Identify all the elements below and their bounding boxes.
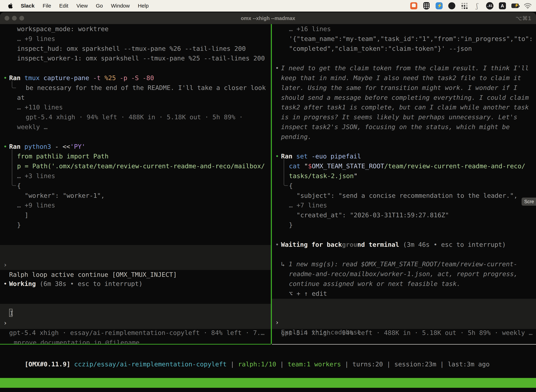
window-titlebar: omx --xhigh --madmax ⌥⌘1 [0, 12, 536, 24]
terminal-line: } [0, 220, 271, 230]
screen-overlay-chip[interactable]: Scre [522, 198, 536, 206]
terminal-line: weekly … [0, 122, 271, 132]
bullet-icon: • [275, 63, 279, 73]
omx-session: session:23m [394, 361, 436, 368]
terminal-line: continue assigned work or next feasible … [272, 279, 536, 289]
bullet-icon: • [275, 151, 279, 161]
prompt-chevron-icon: › [3, 318, 7, 328]
terminal-line: ⌥ + ↑ edit [272, 289, 536, 299]
indent-guide [12, 149, 16, 186]
terminal-line: … +9 lines [0, 201, 271, 210]
bullet-icon: • [275, 240, 279, 250]
terminal-line: •Ran set -euo pipefail [272, 151, 536, 161]
terminal-line: inspect_worker-1: omx sparkshell --tmux-… [0, 53, 271, 63]
terminal-area: workspace_mode: worktree… +9 linesinspec… [0, 24, 536, 392]
indent-guide [12, 81, 16, 88]
wifi-icon[interactable] [524, 2, 531, 9]
terminal-line: '{"team_name":"my-team","task_id":"1","f… [272, 34, 536, 44]
terminal-line: is in progress? It seems likely but perh… [272, 112, 536, 122]
terminal-line: •Ran tmux capture-pane -t %25 -p -S -80 [0, 73, 271, 83]
terminal-line: inspect task2's JSON, focusing on the st… [272, 122, 536, 132]
terminal-line: be necessary for the end of the README. … [0, 83, 271, 93]
terminal-line: } [272, 220, 536, 230]
terminal-line: "subject": "send a concise recommendatio… [272, 191, 536, 201]
menu-item-view[interactable]: View [76, 3, 88, 9]
terminal-line: cat "$OMX_TEAM_STATE_ROOT/team/review-cu… [272, 161, 536, 171]
menu-item-file[interactable]: File [43, 3, 51, 9]
menu-status-icons: ʃ ..61 A [410, 2, 536, 9]
menu-items: FileEditViewGoWindowHelp [34, 3, 148, 9]
omx-status-line: [OMX#0.11.9] cczip/essay/ai-reimplementa… [2, 350, 490, 359]
terminal-line: •Ran python3 - <<'PY' [0, 142, 271, 152]
terminal-line: "created_at": "2026-03-31T11:59:27.816Z" [272, 210, 536, 220]
terminal-line: "completed","claim_token":"claim-token"}… [272, 44, 536, 54]
prompt-chevron-icon: › [275, 317, 279, 327]
battery-charging-icon[interactable] [511, 2, 519, 9]
omx-status-pane: [OMX#0.11.9] cczip/essay/ai-reimplementa… [0, 345, 536, 378]
input-source-icon[interactable]: A [499, 2, 506, 9]
prompt-input-hud[interactable]: › I mprove documentation in @filename [0, 304, 271, 329]
terminal-line: … +110 lines [0, 103, 271, 112]
terminal-line: … +7 lines [272, 201, 536, 210]
terminal-line: task2 after task1 is complete, but can I… [272, 103, 536, 112]
terminal-line: { [0, 181, 271, 191]
apple-logo-icon[interactable] [8, 3, 13, 9]
terminal-line: •I need to get the claim token from the … [272, 63, 536, 73]
text-cursor: I [9, 309, 13, 317]
window-title: omx --xhigh --madmax [0, 15, 536, 21]
omx-version: [OMX#0.11.9] [25, 361, 70, 368]
prompt-placeholder: Explain this codebase [281, 327, 361, 337]
moon-circle-icon[interactable] [448, 2, 455, 9]
macos-menu-bar: Slack FileEditViewGoWindowHelp ʃ ..61 A [0, 0, 536, 12]
indent-guide [284, 159, 288, 186]
terminal-line: keep that in mind. Maybe I also need the… [272, 73, 536, 83]
tmux-session-window: [omx-cczip0:bash* [1, 388, 64, 392]
terminal-line: gpt-5.4 xhigh · 94% left · 488K in · 5.1… [0, 112, 271, 122]
omx-last: last:3m ago [448, 361, 490, 368]
terminal-line: •Waiting for background terminal (3m 46s… [272, 240, 536, 250]
menu-item-window[interactable]: Window [111, 3, 130, 9]
omx-project: cczip/essay/ai-reimplementation-copyleft [74, 361, 227, 368]
menu-item-edit[interactable]: Edit [59, 3, 68, 9]
terminal-line: … +9 lines [0, 34, 271, 44]
terminal-line: •Working (6m 38s • esc to interrupt) [0, 279, 271, 289]
pane-hud[interactable]: workspace_mode: worktree… +9 linesinspec… [0, 24, 271, 344]
menu-item-go[interactable]: Go [96, 3, 103, 9]
terminal-line: p = Path('.omx/state/team/review-current… [0, 161, 271, 171]
tmux-status-bar: [omx-cczip0:bash* "MacBook-Pro-44.local"… [0, 378, 536, 388]
chevron-icon: › [3, 260, 7, 270]
pane-worker-1[interactable]: … +16 lines'{"team_name":"my-team","task… [272, 24, 536, 344]
window-shortcut-hint: ⌥⌘1 [516, 15, 531, 22]
bullet-icon: • [3, 73, 7, 83]
prompt-placeholder: mprove documentation in @filename [14, 338, 139, 344]
terminal-line: should send a message before completing … [272, 93, 536, 103]
chat-app-icon[interactable] [410, 2, 417, 9]
blue-bolt-icon[interactable] [436, 2, 443, 9]
terminal-line: … +3 lines [0, 171, 271, 181]
terminal-line: { [272, 181, 536, 191]
dots-grid-icon[interactable] [461, 2, 468, 9]
terminal-line: pending. [272, 132, 536, 142]
menu-app-name[interactable]: Slack [21, 3, 34, 9]
badge-61-icon[interactable]: ..61 [486, 2, 493, 9]
terminal-line: ↳ 1 new msg(s): read $OMX_TEAM_STATE_ROO… [272, 259, 536, 269]
menu-item-help[interactable]: Help [138, 3, 149, 9]
terminal-line: ] [0, 210, 271, 220]
ralph-banner-text: Ralph loop active continue [OMX_TMUX_INJ… [9, 270, 177, 280]
terminal-line: readme-and-reco/mailbox/worker-1.json, a… [272, 269, 536, 279]
bullet-icon: • [3, 142, 7, 152]
prompt-input-worker[interactable]: › Explain this codebase [272, 299, 536, 329]
squiggle-icon[interactable]: ʃ [474, 2, 481, 9]
ralph-loop-banner: › Ralph loop active continue [OMX_TMUX_I… [0, 245, 271, 270]
terminal-line: workspace_mode: worktree [0, 24, 271, 34]
shield-grid-icon[interactable] [423, 2, 430, 9]
omx-team-workers: team:1 workers [288, 361, 341, 368]
terminal-line: tasks/task-2.json" [272, 171, 536, 181]
terminal-line: … +16 lines [272, 24, 536, 34]
omx-turns: turns:20 [352, 361, 383, 368]
terminal-line: at [0, 93, 271, 103]
terminal-line: from pathlib import Path [0, 151, 271, 161]
terminal-line: gpt-5.4 xhigh · essay/ai-reimplementatio… [0, 328, 271, 338]
terminal-line: later. Using the same for transition mig… [272, 83, 536, 93]
omx-ralph-count: ralph:1/10 [238, 361, 276, 368]
